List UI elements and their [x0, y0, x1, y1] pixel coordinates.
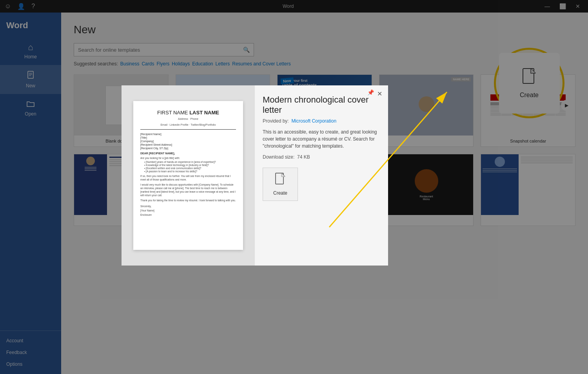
modal-document-preview: FIRST NAME LAST NAME Address · Phone Ema…	[133, 101, 243, 250]
modal-info: ✕ 📌 Modern chronological cover letter Pr…	[255, 85, 388, 266]
doc-para3: I would very much like to discuss opport…	[140, 183, 236, 197]
modal-create-label: Create	[273, 190, 287, 196]
doc-recipient-title: [Title]	[140, 136, 236, 139]
doc-bullet2: • Knowledge of the latest technology in …	[144, 164, 236, 166]
doc-street: [Recipient Street Address]	[140, 143, 236, 146]
modal-overlay: FIRST NAME LAST NAME Address · Phone Ema…	[0, 0, 588, 374]
modal-provider-link[interactable]: Microsoft Corporation	[291, 118, 336, 124]
doc-enclosure: Enclosure	[140, 213, 236, 217]
doc-your-name: [Your Name]	[140, 209, 236, 212]
doc-opening: Are you looking for a [job title] with:	[140, 156, 236, 160]
modal-download: Download size: 74 KB	[263, 154, 380, 160]
modal-description: This is an accessible, easy to create, a…	[263, 128, 380, 150]
doc-company: [Company]	[140, 140, 236, 143]
doc-para4: Thank you for taking the time to review …	[140, 199, 236, 202]
modal-preview: FIRST NAME LAST NAME Address · Phone Ema…	[122, 85, 255, 266]
modal-download-size: 74 KB	[297, 154, 310, 160]
doc-bullet3: • [Excellent written and oral communicat…	[144, 167, 236, 170]
modal-title: Modern chronological cover letter	[263, 95, 380, 116]
doc-closing: Sincerely,	[140, 204, 236, 208]
modal-download-label: Download size:	[263, 154, 294, 160]
doc-dear: DEAR [RECIPIENT NAME],	[140, 152, 236, 155]
doc-firstname: FIRST NAME	[157, 110, 189, 116]
doc-address-phone: Address · Phone	[140, 117, 236, 120]
modal-pin-button[interactable]: 📌	[367, 89, 374, 96]
modal-create-button[interactable]: Create	[263, 168, 298, 201]
doc-bullet1: • [Number] years of hands-on experience …	[144, 161, 236, 163]
doc-email-line: Email · Linkedin Profile · Twitter/Blog/…	[140, 123, 236, 126]
doc-name-line: FIRST NAME LAST NAME	[140, 109, 236, 116]
template-modal: FIRST NAME LAST NAME Address · Phone Ema…	[122, 85, 388, 266]
doc-citystatezip: [Recipient City, ST Zip]	[140, 147, 236, 150]
modal-provider: Provided by: Microsoft Corporation	[263, 118, 380, 124]
modal-create-icon	[275, 173, 286, 188]
doc-bullet4: • [A passion to learn and to increase hi…	[144, 170, 236, 173]
modal-provider-label: Provided by:	[263, 118, 289, 124]
doc-lastname: LAST NAME	[189, 110, 219, 116]
doc-divider	[140, 129, 236, 130]
modal-close-button[interactable]: ✕	[375, 89, 384, 99]
doc-recipient-name: [Recipient Name]	[140, 133, 236, 136]
doc-para2: If so, then you need look no further. Yo…	[140, 174, 236, 181]
